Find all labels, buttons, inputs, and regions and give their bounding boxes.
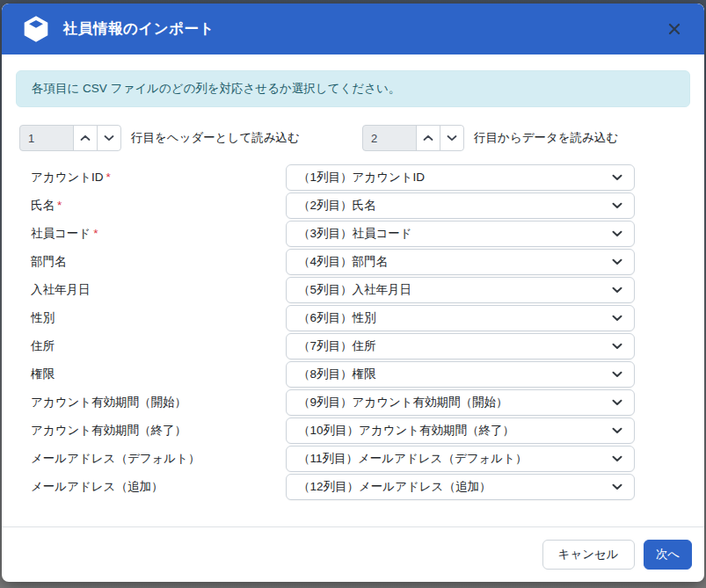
column-select[interactable]: （5列目）入社年月日: [286, 277, 635, 303]
chevron-down-icon: [612, 315, 622, 322]
chevron-down-icon: [612, 399, 622, 406]
mapping-row-valid-start: アカウント有効期間（開始） （9列目）アカウント有効期間（開始）: [31, 388, 690, 417]
column-select[interactable]: （10列目）アカウント有効期間（終了）: [286, 417, 635, 444]
box-cube-icon: [21, 14, 51, 44]
column-select[interactable]: （2列目）氏名: [286, 192, 635, 219]
mapping-row-email-additional: メールアドレス（追加） （12列目）メールアドレス（追加）: [31, 473, 690, 501]
field-label: アカウント有効期間（終了）: [31, 423, 286, 439]
data-row-label: 行目からデータを読み込む: [474, 130, 618, 146]
mapping-row-name: 氏名* （2列目）氏名: [31, 192, 690, 220]
field-label: 社員コード*: [31, 226, 286, 242]
field-label: 入社年月日: [31, 282, 286, 298]
chevron-up-icon[interactable]: [416, 125, 440, 151]
mapping-row-permission: 権限 （8列目）権限: [31, 360, 690, 388]
data-row-setting: 行目からデータを読み込む: [362, 125, 618, 151]
header-row-input[interactable]: [19, 125, 74, 151]
required-mark: *: [93, 227, 98, 240]
field-label: 部門名: [31, 254, 286, 270]
column-select[interactable]: （6列目）性別: [286, 305, 635, 331]
column-select[interactable]: （11列目）メールアドレス（デフォルト）: [286, 446, 635, 472]
chevron-down-icon: [612, 343, 622, 350]
chevron-down-icon[interactable]: [440, 125, 464, 151]
mapping-row-gender: 性別 （6列目）性別: [31, 304, 690, 332]
modal-footer: キャンセル 次へ: [2, 526, 704, 582]
field-label: 住所: [31, 338, 286, 354]
chevron-down-icon: [612, 258, 622, 265]
field-label: メールアドレス（追加）: [31, 479, 286, 495]
chevron-down-icon: [612, 371, 622, 378]
column-select[interactable]: （12列目）メールアドレス（追加）: [286, 474, 635, 500]
column-select[interactable]: （1列目）アカウントID: [286, 164, 635, 191]
field-label: アカウントID*: [31, 170, 286, 185]
chevron-down-icon: [612, 455, 622, 462]
header-row-setting: 行目をヘッダーとして読み込む: [19, 125, 362, 151]
column-select[interactable]: （4列目）部門名: [286, 249, 635, 275]
mapping-row-account-id: アカウントID* （1列目）アカウントID: [31, 163, 690, 192]
mapping-rows: アカウントID* （1列目）アカウントID 氏名* （2列目）氏名 社員コード*…: [31, 163, 690, 501]
modal-body: 各項目に CSV ファイルのどの列を対応させるか選択してください。 行目をヘッダ…: [2, 54, 704, 526]
mapping-row-employee-code: 社員コード* （3列目）社員コード: [31, 220, 690, 248]
field-label: 氏名*: [31, 198, 286, 214]
header-row-label: 行目をヘッダーとして読み込む: [131, 130, 300, 146]
header-row-number-group: [19, 125, 121, 151]
info-alert: 各項目に CSV ファイルのどの列を対応させるか選択してください。: [16, 70, 690, 107]
chevron-down-icon: [612, 427, 622, 434]
column-select[interactable]: （9列目）アカウント有効期間（開始）: [286, 389, 635, 416]
column-select[interactable]: （3列目）社員コード: [286, 221, 635, 247]
data-row-input[interactable]: [362, 125, 417, 151]
chevron-down-icon: [612, 174, 622, 181]
data-row-number-group: [362, 125, 464, 151]
column-select[interactable]: （8列目）権限: [286, 361, 635, 388]
chevron-down-icon: [612, 202, 622, 209]
chevron-down-icon: [612, 483, 622, 490]
mapping-row-address: 住所 （7列目）住所: [31, 332, 690, 360]
modal-header: 社員情報のインポート: [2, 4, 704, 54]
cancel-button[interactable]: キャンセル: [542, 540, 635, 570]
modal-title: 社員情報のインポート: [63, 19, 215, 39]
field-label: アカウント有効期間（開始）: [31, 395, 286, 410]
mapping-row-department: 部門名 （4列目）部門名: [31, 248, 690, 276]
field-label: メールアドレス（デフォルト）: [31, 451, 286, 467]
mapping-row-valid-end: アカウント有効期間（終了） （10列目）アカウント有効期間（終了）: [31, 417, 690, 445]
next-button[interactable]: 次へ: [644, 540, 692, 570]
chevron-down-icon: [612, 287, 622, 294]
chevron-up-icon[interactable]: [73, 125, 98, 151]
field-label: 権限: [31, 367, 286, 382]
close-x-icon[interactable]: [662, 17, 687, 41]
field-label: 性別: [31, 310, 286, 326]
chevron-down-icon: [612, 230, 622, 237]
chevron-down-icon[interactable]: [97, 125, 121, 151]
mapping-row-email-default: メールアドレス（デフォルト） （11列目）メールアドレス（デフォルト）: [31, 445, 690, 473]
import-modal: 社員情報のインポート 各項目に CSV ファイルのどの列を対応させるか選択してく…: [2, 4, 704, 582]
column-select[interactable]: （7列目）住所: [286, 333, 635, 359]
required-mark: *: [57, 199, 62, 212]
row-settings: 行目をヘッダーとして読み込む 行目からデータを読み込む: [19, 125, 690, 151]
mapping-row-hire-date: 入社年月日 （5列目）入社年月日: [31, 276, 690, 304]
required-mark: *: [106, 171, 111, 184]
